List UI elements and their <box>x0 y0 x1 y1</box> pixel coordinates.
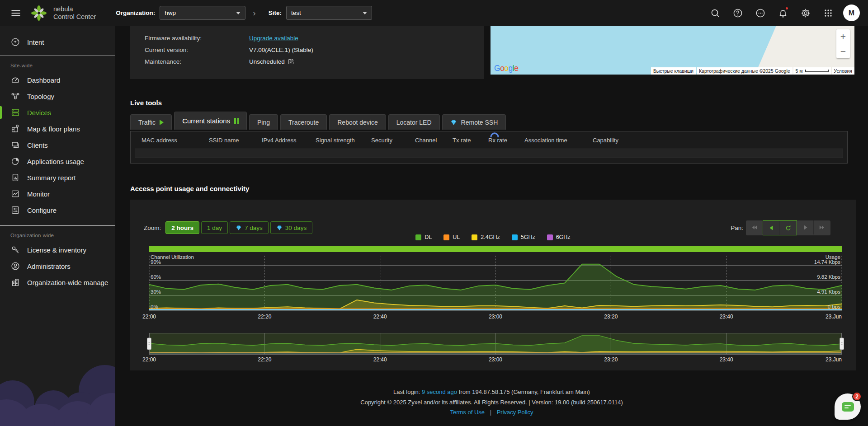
legend-swatch <box>512 234 518 240</box>
notifications-button[interactable] <box>772 2 794 24</box>
tab-traceroute[interactable]: Traceroute <box>280 114 327 130</box>
settings-button[interactable] <box>794 2 817 24</box>
zoom-button-30-days[interactable]: 30 days <box>270 221 312 234</box>
page-footer: Last login: 9 second ago from 194.87.58.… <box>115 387 868 418</box>
usage-chart[interactable]: Channel Utilization90%60%30%0%Usage14.74… <box>149 252 842 321</box>
search-button[interactable] <box>704 2 726 24</box>
tab-remote-ssh[interactable]: Remote SSH <box>442 114 506 130</box>
svg-text:22:20: 22:20 <box>258 356 271 363</box>
column-header-mac-address[interactable]: MAC address <box>142 137 177 144</box>
avatar[interactable]: M <box>843 5 860 21</box>
column-header-tx-rate[interactable]: Tx rate <box>453 137 471 144</box>
sidebar-item-label: Configure <box>27 206 57 214</box>
pan-reset-button[interactable] <box>780 221 797 235</box>
column-header-channel[interactable]: Channel <box>415 137 437 144</box>
column-header-security[interactable]: Security <box>371 137 392 144</box>
column-header-capability[interactable]: Capability <box>593 137 618 144</box>
brand-line1: nebula <box>53 5 96 13</box>
pan-fast-backward-button[interactable] <box>746 220 763 234</box>
svg-text:22:40: 22:40 <box>373 356 387 363</box>
sidebar-item-administrators[interactable]: Administrators <box>0 258 115 274</box>
help-button[interactable] <box>726 2 749 24</box>
map-keyboard-shortcuts[interactable]: Быстрые клавиши <box>651 67 696 75</box>
chat-button[interactable]: 2 <box>835 393 861 420</box>
sidebar-item-label: Clients <box>27 141 48 149</box>
svg-text:22:20: 22:20 <box>258 314 271 320</box>
privacy-policy-link[interactable]: Privacy Policy <box>497 409 533 416</box>
administrators-icon <box>10 261 20 271</box>
sidebar-item-label: Topology <box>27 93 54 100</box>
legal-links: Terms of Use | Privacy Policy <box>115 407 868 418</box>
organization-manage-icon <box>10 277 20 287</box>
chart-zoom-controls: Zoom: 2 hours1 day7 days30 days <box>144 221 312 234</box>
sidebar-item-intent[interactable]: Intent <box>0 33 115 51</box>
edit-icon[interactable] <box>288 58 295 65</box>
sidebar-item-summary-report[interactable]: Summary report <box>0 169 115 186</box>
map-zoom-in-button[interactable]: + <box>836 29 850 44</box>
monitor-icon <box>10 189 20 199</box>
sidebar-item-clients[interactable]: Clients <box>0 137 115 153</box>
column-header-ipv4-address[interactable]: IPv4 Address <box>262 137 297 144</box>
legend-item-5ghz[interactable]: 5GHz <box>512 234 535 240</box>
tab-ping[interactable]: Ping <box>249 114 278 130</box>
sidebar-item-organization-wide-manage[interactable]: Organization-wide manage <box>0 274 115 290</box>
sidebar-item-monitor[interactable]: Monitor <box>0 186 115 202</box>
navigator-handle-left[interactable] <box>147 338 151 350</box>
last-login-time-link[interactable]: 9 second ago <box>422 389 457 395</box>
tab-current-stations[interactable]: Current stations <box>174 112 247 130</box>
legend-item-ul[interactable]: UL <box>443 234 460 240</box>
sidebar-item-configure[interactable]: Configure <box>0 202 115 218</box>
tab-locator-led[interactable]: Locator LED <box>388 114 440 130</box>
sidebar-item-map-floor-plans[interactable]: Map & floor plans <box>0 121 115 137</box>
legend-item-6ghz[interactable]: 6GHz <box>547 234 571 240</box>
column-header-rx-rate[interactable]: Rx rate <box>488 137 507 144</box>
zoom-button-1-day[interactable]: 1 day <box>201 221 228 234</box>
svg-text:23.Jun: 23.Jun <box>826 314 842 320</box>
sidebar-item-topology[interactable]: Topology <box>0 88 115 104</box>
column-header-association-time[interactable]: Association time <box>524 137 567 144</box>
pan-backward-button[interactable] <box>763 221 780 235</box>
organization-select[interactable]: hwp <box>160 6 245 20</box>
sidebar-item-devices[interactable]: Devices <box>0 104 115 121</box>
sidebar-item-dashboard[interactable]: Dashboard <box>0 72 115 88</box>
terms-of-use-link[interactable]: Terms of Use <box>450 409 485 416</box>
zoom-button-7-days[interactable]: 7 days <box>230 221 269 234</box>
legend-item-dl[interactable]: DL <box>415 234 432 240</box>
column-header-signal-strength[interactable]: Signal strength <box>316 137 355 144</box>
map-attribution: Быстрые клавиши Картографические данные … <box>651 67 854 75</box>
column-header-ssid-name[interactable]: SSID name <box>209 137 239 144</box>
topbar-actions: M <box>704 2 862 24</box>
hamburger-icon[interactable] <box>10 7 22 19</box>
tab-reboot-device[interactable]: Reboot device <box>329 114 386 130</box>
legend-item-2.4ghz[interactable]: 2.4GHz <box>472 234 500 240</box>
svg-text:23.Jun: 23.Jun <box>826 356 842 363</box>
map-terms-link[interactable]: Условия <box>832 67 854 75</box>
svg-text:23:00: 23:00 <box>489 356 502 363</box>
pan-label: Pan: <box>731 225 743 231</box>
ap-usage-chart-card: Zoom: 2 hours1 day7 days30 days DLUL2.4G… <box>130 200 856 370</box>
sidebar-item-license-inventory[interactable]: License & inventory <box>0 242 115 258</box>
sidebar-item-applications-usage[interactable]: Applications usage <box>0 153 115 169</box>
pan-forward-button[interactable] <box>797 220 814 234</box>
maintenance-label: Maintenance: <box>130 58 249 65</box>
site-select[interactable]: test <box>286 6 372 20</box>
svg-text:90%: 90% <box>151 259 161 265</box>
copyright-line: Copyright © 2025 Zyxel and/or its affili… <box>115 398 868 408</box>
applications-usage-icon <box>10 156 20 166</box>
svg-text:23:40: 23:40 <box>720 356 733 363</box>
svg-text:4.91 Kbps: 4.91 Kbps <box>817 289 840 295</box>
zoom-button-2-hours[interactable]: 2 hours <box>165 221 199 234</box>
chart-navigator[interactable]: 22:0022:2022:4023:0023:2023:4023.Jun <box>149 333 842 363</box>
sidebar-divider <box>0 56 115 56</box>
navigator-handle-right[interactable] <box>840 338 844 350</box>
current-version-label: Current version: <box>130 47 249 53</box>
sidebar-item-label: Administrators <box>27 262 71 270</box>
pan-fast-forward-button[interactable] <box>814 220 830 234</box>
more-button[interactable] <box>749 2 772 24</box>
map-zoom-out-button[interactable]: − <box>836 44 850 59</box>
map-panel[interactable]: Google Быстрые клавиши Картографические … <box>491 26 854 75</box>
upgrade-available-link[interactable]: Upgrade available <box>249 35 298 42</box>
apps-button[interactable] <box>817 2 840 24</box>
tab-traffic[interactable]: Traffic <box>130 114 172 130</box>
brand: nebula Control Center <box>53 5 96 21</box>
